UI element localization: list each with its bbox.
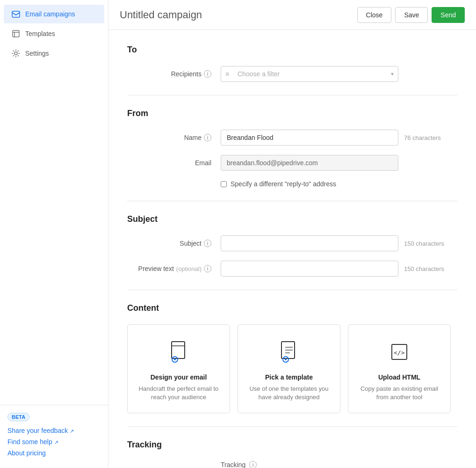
name-row: Name i 76 characters [127,130,457,146]
templates-icon [11,29,21,38]
content-section-title: Content [127,303,457,313]
from-section: From Name i 76 characters Email Specify … [127,109,457,188]
email-row: Email [127,155,457,171]
preview-text-input[interactable] [221,261,398,277]
upload-html-icon: </> [385,338,413,366]
preview-char-count: 150 characters [404,265,444,272]
main-content: Untitled campaign Close Save Send To Rec… [108,0,476,468]
content-area: To Recipients i ≡ ▾ Choose a filter F [108,30,476,468]
svg-rect-0 [12,11,20,17]
reply-to-checkbox[interactable] [221,181,227,187]
sidebar-item-label: Settings [25,50,49,57]
chevron-down-icon: ▾ [391,71,394,77]
svg-point-2 [14,52,17,55]
reply-to-label[interactable]: Specify a different "reply-to" address [231,180,336,188]
name-info-icon[interactable]: i [204,134,211,141]
design-email-icon [165,338,193,366]
subject-input[interactable] [221,235,398,251]
tracking-section: Tracking Tracking i Track opened emails [127,440,457,468]
close-button[interactable]: Close [357,7,392,23]
subject-label: Subject i [127,240,221,247]
external-link-icon: ↗ [70,428,74,434]
upload-html-desc: Copy paste an existing email from anothe… [358,385,441,402]
filter-select[interactable] [221,66,398,82]
svg-rect-3 [172,342,185,358]
header-actions: Close Save Send [357,7,465,23]
name-char-count: 76 characters [404,134,441,141]
name-label: Name i [127,134,221,141]
divider-from-subject [127,201,457,201]
recipients-row: Recipients i ≡ ▾ Choose a filter [127,66,457,82]
divider-subject-content [127,290,457,290]
recipients-label: Recipients i [127,70,221,78]
subject-row: Subject i 150 characters [127,235,457,251]
sidebar-footer: BETA Share your feedback ↗ Find some hel… [0,405,108,468]
sidebar-item-email-campaigns[interactable]: Email campaigns [4,5,104,23]
svg-text:</>: </> [394,349,405,356]
content-cards: Design your email Handcraft the perfect … [127,324,457,413]
email-label: Email [127,159,221,167]
subject-info-icon[interactable]: i [204,240,211,247]
sidebar: Email campaigns Templates Settings [0,0,108,468]
email-campaigns-icon [11,9,21,19]
tracking-label-row: Tracking i [221,461,257,468]
email-input [221,155,398,171]
from-section-title: From [127,109,457,118]
tracking-section-title: Tracking [127,440,457,450]
preview-text-label: Preview text (optional) i [127,265,221,272]
about-pricing-link[interactable]: About pricing [7,449,101,457]
header: Untitled campaign Close Save Send [108,0,476,30]
sidebar-item-settings[interactable]: Settings [4,44,104,63]
reply-to-row: Specify a different "reply-to" address [221,180,457,188]
subject-char-count: 150 characters [404,240,444,247]
tracking-info-icon[interactable]: i [249,461,257,468]
preview-optional-label: (optional) [176,265,202,272]
to-section-title: To [127,45,457,55]
divider-to-from [127,95,457,95]
filter-icon: ≡ [225,70,229,78]
to-section: To Recipients i ≡ ▾ Choose a filter [127,45,457,82]
content-section: Content Design your email Handc [127,303,457,413]
upload-html-card[interactable]: </> Upload HTML Copy paste an existing e… [348,324,451,413]
send-button[interactable]: Send [432,7,465,23]
share-feedback-link[interactable]: Share your feedback ↗ [7,427,101,434]
subject-section: Subject Subject i 150 characters Preview… [127,214,457,277]
preview-text-row: Preview text (optional) i 150 characters [127,261,457,277]
find-help-link[interactable]: Find some help ↗ [7,438,101,446]
save-button[interactable]: Save [395,7,428,23]
design-email-desc: Handcraft the perfect email to reach you… [137,385,220,402]
beta-badge: BETA [7,413,29,421]
pick-template-title: Pick a template [247,373,331,381]
tracking-rows: Tracking i Track opened emails Track l [127,461,457,468]
pick-template-icon [275,338,303,366]
sidebar-nav: Email campaigns Templates Settings [0,0,108,405]
sidebar-item-label: Templates [25,30,55,37]
page-title: Untitled campaign [120,9,357,21]
design-email-title: Design your email [137,373,220,381]
external-link-icon: ↗ [54,439,58,445]
divider-content-tracking [127,426,457,427]
settings-icon [11,49,21,58]
filter-select-wrapper: ≡ ▾ Choose a filter [221,66,398,82]
preview-info-icon[interactable]: i [204,265,211,272]
design-email-card[interactable]: Design your email Handcraft the perfect … [127,324,230,413]
upload-html-title: Upload HTML [358,373,441,381]
recipients-info-icon[interactable]: i [204,70,211,78]
svg-rect-1 [13,30,19,37]
sidebar-item-label: Email campaigns [25,10,75,18]
pick-template-card[interactable]: Pick a template Use of one the templates… [238,324,340,413]
name-input[interactable] [221,130,398,146]
pick-template-desc: Use of one the templates you have alread… [247,385,331,402]
sidebar-item-templates[interactable]: Templates [4,24,104,43]
subject-section-title: Subject [127,214,457,224]
